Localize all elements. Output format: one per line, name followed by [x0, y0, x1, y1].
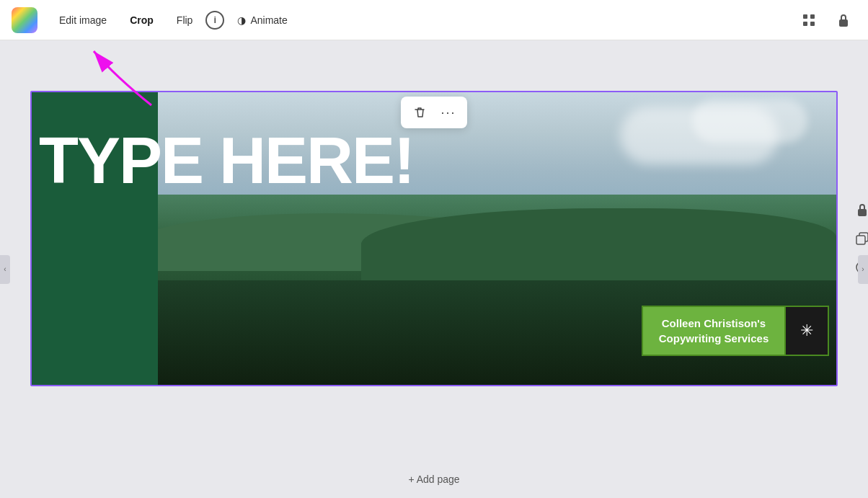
lock-icon	[837, 13, 850, 27]
svg-rect-2	[803, 22, 807, 26]
delete-element-button[interactable]	[408, 101, 431, 124]
grid-icon	[802, 13, 816, 27]
svg-rect-1	[810, 14, 815, 19]
element-toolbar: ···	[401, 97, 467, 128]
canvas-wrapper: TYPE HERE! Colleen Christison's Copywrit…	[30, 91, 838, 386]
trash-icon	[413, 106, 426, 119]
cloud-2	[692, 99, 807, 143]
svg-rect-4	[839, 19, 848, 27]
svg-rect-3	[810, 22, 815, 26]
hills-layer	[158, 195, 836, 385]
grid-icon-button[interactable]	[796, 7, 822, 33]
crop-button[interactable]: Crop	[120, 10, 164, 30]
badge-container: Colleen Christison's Copywriting Service…	[642, 306, 829, 356]
lock-element-icon[interactable]	[852, 200, 868, 220]
hill-2	[361, 208, 836, 280]
app-logo[interactable]	[12, 7, 37, 33]
badge-icon: ✳	[786, 306, 829, 356]
lock-icon-button[interactable]	[831, 7, 856, 33]
canvas-area: ‹ › ···	[0, 40, 868, 498]
snowflake-icon: ✳	[800, 321, 813, 340]
flip-button[interactable]: Flip	[167, 10, 203, 30]
edit-image-button[interactable]: Edit image	[49, 10, 117, 30]
svg-rect-6	[858, 209, 867, 216]
badge-text: Colleen Christison's Copywriting Service…	[642, 306, 786, 356]
duplicate-element-icon[interactable]	[852, 228, 868, 249]
canvas-design-element[interactable]: TYPE HERE! Colleen Christison's Copywrit…	[30, 91, 838, 386]
badge-line1: Colleen Christison's	[657, 316, 770, 331]
svg-rect-7	[856, 236, 865, 244]
main-heading-text[interactable]: TYPE HERE!	[39, 128, 414, 193]
badge-line2: Copywriting Services	[657, 331, 770, 346]
animate-moon-icon: ◑	[237, 14, 246, 26]
toolbar-right-section	[796, 7, 856, 33]
canvas-inner: TYPE HERE! Colleen Christison's Copywrit…	[32, 92, 836, 385]
left-panel-handle[interactable]: ‹	[0, 255, 10, 284]
right-panel-handle[interactable]: ›	[858, 255, 868, 284]
main-toolbar: Edit image Crop Flip i ◑ Animate	[0, 0, 868, 40]
svg-rect-0	[803, 14, 807, 19]
info-button[interactable]: i	[205, 11, 224, 30]
animate-button[interactable]: ◑ Animate	[227, 10, 297, 30]
more-options-button[interactable]: ···	[437, 101, 460, 124]
add-page-button[interactable]: + Add page	[30, 468, 838, 491]
